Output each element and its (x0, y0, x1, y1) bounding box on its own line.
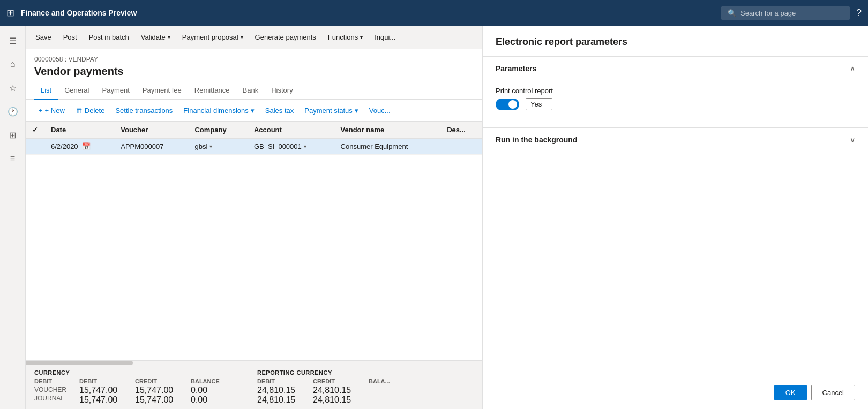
run-in-background-accordion-header[interactable]: Run in the background ∨ (483, 128, 868, 152)
col-header-check: ✓ (26, 122, 44, 139)
rep-voucher-credit-value: 24,810.15 (313, 385, 356, 395)
search-bar[interactable]: 🔍 (721, 6, 850, 20)
functions-button[interactable]: Functions ▾ (323, 29, 368, 46)
sidebar-item-home[interactable]: ⌂ (2, 54, 24, 75)
settle-transactions-button[interactable]: Settle transactions (111, 103, 177, 118)
cell-date: 6/2/2020 📅 (44, 139, 114, 155)
rep-debit-header: DEBIT (257, 378, 300, 384)
parameters-section: Parameters ∧ Print control report Yes (483, 57, 868, 128)
cell-account: GB_SI_000001 ▾ (248, 139, 334, 155)
panel-title: Electronic report parameters (496, 36, 855, 48)
panel-footer: OK Cancel (483, 376, 868, 409)
toggle-thumb (508, 100, 517, 109)
delete-icon: 🗑 (76, 107, 83, 115)
summary-footer: CURRENCY DEBIT VOUCHER JOURNAL (26, 365, 482, 409)
voucher-balance-value: 0.00 (191, 385, 223, 395)
sidebar: ☰ ⌂ ☆ 🕐 ⊞ ≡ (0, 26, 26, 409)
parameters-section-title: Parameters (496, 64, 536, 73)
run-in-background-chevron-icon: ∨ (850, 135, 855, 144)
rep-credit-header: CREDIT (313, 378, 356, 384)
search-icon: 🔍 (728, 9, 736, 17)
financial-dimensions-chevron-icon: ▾ (251, 107, 255, 115)
breadcrumb: 00000058 : VENDPAY (34, 56, 474, 63)
plus-icon: + (39, 107, 43, 115)
voucher-debit-row: VOUCHER (34, 385, 66, 394)
data-table: ✓ Date Voucher Company Account Vendor na… (26, 122, 482, 360)
rep-bala-header: BALA... (369, 378, 401, 384)
row-check[interactable] (26, 139, 44, 155)
right-panel: Electronic report parameters Parameters … (482, 26, 868, 409)
page-title: Vendor payments (34, 65, 474, 78)
rep-voucher-debit-value: 24,810.15 (257, 385, 300, 395)
tab-payment[interactable]: Payment (95, 82, 136, 100)
currency-section: CURRENCY DEBIT VOUCHER JOURNAL (34, 369, 236, 405)
new-button[interactable]: + + New (34, 103, 69, 118)
payment-status-chevron-icon: ▾ (355, 107, 358, 115)
sales-tax-button[interactable]: Sales tax (261, 103, 298, 118)
parameters-chevron-icon: ∧ (850, 64, 855, 73)
account-dropdown-icon[interactable]: ▾ (304, 143, 306, 149)
vouch-button[interactable]: Vouc... (365, 103, 395, 118)
run-in-background-title: Run in the background (496, 135, 577, 144)
panel-body: Parameters ∧ Print control report Yes (483, 57, 868, 376)
tab-general[interactable]: General (58, 82, 95, 100)
rep-journal-credit-value: 24,810.15 (313, 395, 356, 405)
tab-history[interactable]: History (265, 82, 299, 100)
cancel-button[interactable]: Cancel (811, 385, 855, 400)
toolbar: + + New 🗑 Delete Settle transactions Fin… (26, 100, 482, 122)
cell-description (440, 139, 482, 155)
currency-credit-header: CREDIT (135, 378, 178, 384)
sidebar-item-workspaces[interactable]: ⊞ (2, 124, 24, 146)
scroll-thumb[interactable] (26, 361, 133, 365)
journal-balance-value: 0.00 (191, 395, 223, 405)
inquiries-button[interactable]: Inqui... (369, 29, 401, 46)
col-header-description: Des... (440, 122, 482, 139)
cell-company: gbsi ▾ (188, 139, 247, 155)
reporting-currency-label: REPORTING CURRENCY (257, 369, 401, 376)
sidebar-item-recent[interactable]: 🕐 (2, 101, 24, 122)
company-dropdown-icon[interactable]: ▾ (209, 143, 212, 149)
search-input[interactable] (740, 9, 842, 17)
parameters-accordion-header[interactable]: Parameters ∧ (483, 57, 868, 80)
cell-vendor-name: Consumer Equipment (334, 139, 441, 155)
tab-list[interactable]: List (34, 82, 58, 100)
generate-payments-button[interactable]: Generate payments (250, 29, 321, 46)
sidebar-item-modules[interactable]: ≡ (2, 148, 24, 169)
ok-button[interactable]: OK (774, 385, 807, 400)
validate-chevron-icon: ▾ (168, 34, 170, 40)
rep-journal-debit-value: 24,810.15 (257, 395, 300, 405)
validate-button[interactable]: Validate ▾ (136, 29, 176, 46)
save-button[interactable]: Save (30, 29, 57, 46)
post-in-batch-button[interactable]: Post in batch (84, 29, 134, 46)
print-control-toggle[interactable] (496, 99, 519, 110)
sidebar-item-menu[interactable]: ☰ (2, 30, 24, 51)
currency-balance-header: BALANCE (191, 378, 223, 384)
tab-remittance[interactable]: Remittance (188, 82, 236, 100)
financial-dimensions-button[interactable]: Financial dimensions ▾ (179, 103, 258, 118)
top-bar: ⊞ Finance and Operations Preview 🔍 ? (0, 0, 868, 26)
journal-debit-value: 15,747.00 (79, 395, 122, 405)
tab-payment-fee[interactable]: Payment fee (136, 82, 188, 100)
payment-proposal-button[interactable]: Payment proposal ▾ (177, 29, 249, 46)
table-row[interactable]: 6/2/2020 📅 APPM000007 gbsi ▾ (26, 139, 482, 155)
payment-status-button[interactable]: Payment status ▾ (300, 103, 363, 118)
calendar-icon[interactable]: 📅 (82, 142, 91, 150)
tab-bank[interactable]: Bank (236, 82, 265, 100)
panel-header: Electronic report parameters (483, 26, 868, 57)
currency-debit-values-header: DEBIT (79, 378, 122, 384)
col-header-company: Company (188, 122, 247, 139)
sidebar-item-favorites[interactable]: ☆ (2, 77, 24, 99)
col-header-voucher: Voucher (114, 122, 188, 139)
grid-icon[interactable]: ⊞ (6, 7, 14, 19)
help-icon[interactable]: ? (856, 7, 862, 19)
run-in-background-section: Run in the background ∨ (483, 128, 868, 152)
delete-button[interactable]: 🗑 Delete (71, 103, 109, 118)
functions-chevron-icon: ▾ (360, 34, 363, 40)
col-header-date: Date (44, 122, 114, 139)
post-button[interactable]: Post (58, 29, 83, 46)
cell-voucher: APPM000007 (114, 139, 188, 155)
main-layout: ☰ ⌂ ☆ 🕐 ⊞ ≡ Save Post Post in batch Vali… (0, 26, 868, 409)
horizontal-scrollbar[interactable] (26, 360, 482, 365)
journal-debit-row: JOURNAL (34, 394, 66, 403)
currency-label: CURRENCY (34, 369, 236, 376)
